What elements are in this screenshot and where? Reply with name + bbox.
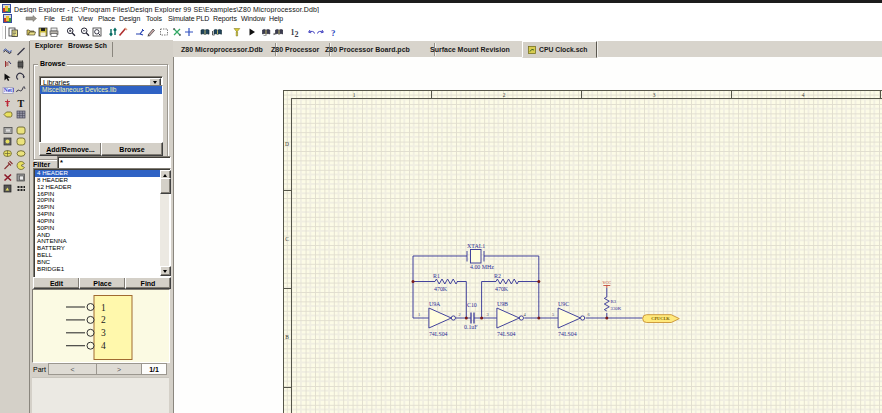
menu-simulate[interactable]: Simulate [168,15,194,22]
redraw-icon[interactable] [118,27,128,37]
schematic-canvas[interactable]: 1234DCB XTAL1 4.00 MHz R1 470K R2 470K C… [173,57,882,413]
place-no-erc-icon[interactable] [2,172,14,183]
place-sheet-symbol-icon[interactable] [15,109,27,120]
port-label: CPUCLK [651,316,670,321]
component-item[interactable]: BRIDGE1 [35,266,160,273]
place-arc-icon[interactable] [15,72,27,83]
component-item[interactable]: 50PIN [35,225,160,232]
place-port-icon[interactable] [2,109,14,120]
place-net-label-icon[interactable]: Net1 [2,85,14,96]
preview-pin-number: 1 [101,303,106,313]
menu-view[interactable]: View [78,15,93,22]
design-manager-icon[interactable] [8,27,18,37]
port-cpuclk[interactable]: CPUCLK [643,315,680,323]
zoom-out-icon[interactable] [80,27,90,37]
help-icon[interactable]: ? [329,27,339,37]
place-ieee-symbol-icon[interactable] [2,148,14,159]
doc-tab-0[interactable]: Z80 Microprocessor.Ddb [176,43,276,56]
browse-button[interactable]: Browse [101,142,163,156]
place-graphic-icon[interactable] [2,183,14,194]
place-pie-chart-icon[interactable] [15,160,27,171]
paste-array-icon[interactable] [15,183,27,194]
cursor-snap-icon[interactable] [184,27,194,37]
place-rectangle-icon[interactable] [2,125,14,136]
simulate-setup-icon[interactable] [261,27,271,37]
component-item[interactable]: BELL [35,252,160,259]
place-button[interactable]: Place [79,277,126,289]
component-list[interactable]: 4 HEADER8 HEADER12 HEADER16PIN20PIN26PIN… [33,168,171,278]
find-button[interactable]: Find [125,277,171,289]
doc-tab-4[interactable]: CPU Clock.sch [522,41,597,58]
place-part-icon[interactable] [15,59,27,70]
select-area-icon[interactable] [159,27,169,37]
menu-arrow-icon[interactable] [25,15,37,23]
browse-group: Browse Libraries Miscellaneous Devices.l… [33,64,168,160]
doc-tab-2[interactable]: Z80 Processor Board.pcb [320,43,435,56]
prev-part-button[interactable]: < [48,363,97,375]
menu-reports[interactable]: Reports [213,15,237,22]
scroll-down-button[interactable] [160,266,171,276]
library-list[interactable]: Miscellaneous Devices.lib [39,85,163,143]
toolbar-grip[interactable] [2,26,6,39]
svg-text:?: ? [331,28,336,38]
place-rounded-rectangle-icon[interactable] [15,125,27,136]
open-document-icon[interactable] [26,27,36,37]
menu-pld[interactable]: PLD [196,15,209,22]
place-graph-icon[interactable] [2,136,14,147]
run-erc-icon[interactable] [247,27,257,37]
menu-tools[interactable]: Tools [146,15,162,22]
zoom-all-icon[interactable] [92,27,102,37]
scroll-down-icon [163,270,167,273]
run-simulation-icon[interactable] [273,27,283,37]
menu-file[interactable]: File [44,15,55,22]
browse-part-icon[interactable] [200,27,210,37]
sheet-zone-number: 2 [503,92,506,98]
tab-explorer[interactable]: Explorer [35,42,63,49]
menu-edit[interactable]: Edit [61,15,73,22]
preview-part-body [94,296,132,360]
redo-icon[interactable] [316,27,326,37]
library-item[interactable]: Miscellaneous Devices.lib [40,86,162,94]
wiring-tools-icon[interactable] [135,27,145,37]
place-ellipse-icon[interactable] [15,148,27,159]
place-probe-icon[interactable] [2,160,14,171]
zoom-in-icon[interactable] [66,27,76,37]
menu-window[interactable]: Window [241,15,265,22]
add-part-icon[interactable] [212,27,222,37]
document-icon[interactable] [3,14,12,23]
tab-browse-sch[interactable]: Browse Sch [68,42,107,49]
place-line-icon[interactable] [15,46,27,57]
sheet-grid [283,90,882,413]
design-explorer-window: { "window": { "title": "Design Explorer … [0,0,882,413]
print-icon[interactable] [49,27,59,37]
next-part-button[interactable]: > [96,363,142,375]
component-item[interactable]: BATTERY [35,245,160,252]
drawing-tools-icon[interactable] [146,27,156,37]
place-bezier-icon[interactable] [15,85,27,96]
scrollbar-thumb[interactable] [160,178,171,194]
wire-junction [412,280,415,283]
undo-icon[interactable] [306,27,316,37]
move-selection-icon[interactable] [172,27,182,37]
place-bus-entry-icon[interactable] [2,59,14,70]
paste-picture-icon[interactable] [15,172,27,183]
cross-probe-icon[interactable] [108,27,118,37]
menu-design[interactable]: Design [119,15,140,22]
sheet-zone-number: 4 [802,92,805,98]
menu-help[interactable]: Help [269,15,283,22]
place-wire-icon[interactable] [2,46,14,57]
component-list-scrollbar[interactable] [160,170,169,276]
menu-place[interactable]: Place [98,15,115,22]
add-remove-button[interactable]: Add/Remove... [39,142,102,156]
place-text-icon[interactable]: T [15,98,27,109]
preview-pin-number: 3 [101,328,106,338]
save-document-icon[interactable] [38,27,48,37]
preview-pin-number: 2 [101,315,106,325]
edit-button[interactable]: Edit [33,277,80,289]
annotate-icon[interactable]: 12 [290,27,300,37]
select-cursor-icon[interactable] [2,72,14,83]
filter-icon[interactable] [232,27,242,37]
doc-tab-3[interactable]: Surface Mount Revision [425,43,532,56]
place-rounded-rectangle-2-icon[interactable] [15,136,27,147]
place-power-port-icon[interactable] [2,98,14,109]
